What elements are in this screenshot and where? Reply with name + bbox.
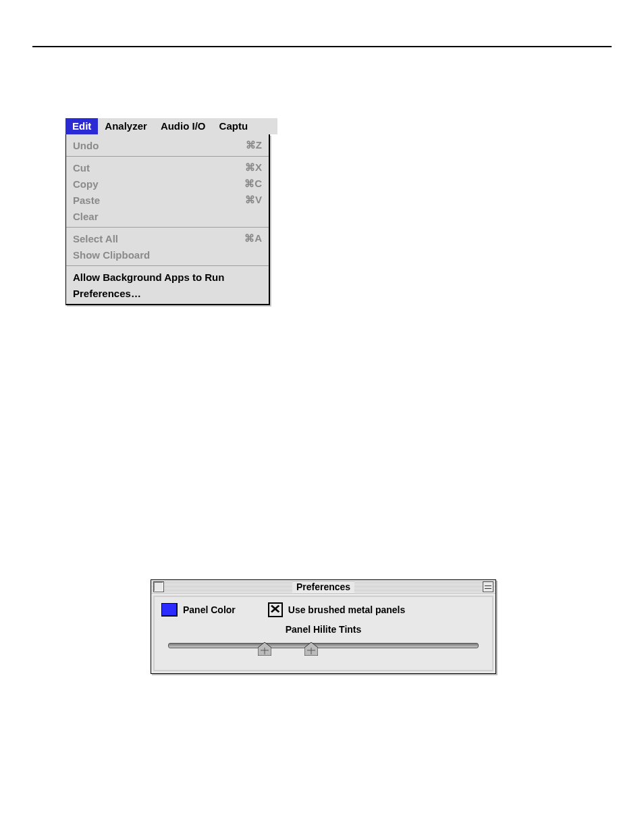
collapse-box-icon[interactable] <box>483 581 493 592</box>
edit-dropdown: Undo ⌘Z Cut ⌘X Copy ⌘C Paste ⌘V <box>65 134 270 305</box>
menu-shortcut: ⌘V <box>245 194 262 206</box>
menu-item-cut[interactable]: Cut ⌘X <box>66 159 269 176</box>
menu-item-allow-bg-apps[interactable]: Allow Background Apps to Run <box>66 269 269 285</box>
menubar-item-audio-io[interactable]: Audio I/O <box>154 118 213 134</box>
menu-item-show-clipboard[interactable]: Show Clipboard <box>66 246 269 263</box>
menubar-item-analyzer[interactable]: Analyzer <box>98 118 154 134</box>
preferences-window: Preferences Panel Color Use brushed meta… <box>151 579 496 674</box>
menubar: Edit Analyzer Audio I/O Captu <box>65 118 277 134</box>
panel-color-label: Panel Color <box>183 604 236 615</box>
menu-shortcut: ⌘X <box>245 161 262 174</box>
menu-label: Paste <box>73 194 100 206</box>
menu-label: Select All <box>73 233 118 244</box>
hilite-tints-label: Panel Hilite Tints <box>161 624 485 635</box>
brushed-metal-label: Use brushed metal panels <box>288 604 406 615</box>
menu-item-clear[interactable]: Clear <box>66 208 269 224</box>
preferences-body: Panel Color Use brushed metal panels Pan… <box>153 596 493 671</box>
window-title: Preferences <box>292 581 354 592</box>
menu-item-undo[interactable]: Undo ⌘Z <box>66 137 269 153</box>
menubar-item-capture[interactable]: Captu <box>213 118 252 134</box>
menu-label: Copy <box>73 178 99 190</box>
menu-item-copy[interactable]: Copy ⌘C <box>66 176 269 192</box>
menu-label: Preferences… <box>73 288 141 299</box>
page-rule <box>32 46 612 47</box>
slider-track <box>168 643 479 648</box>
slider-handle-1[interactable] <box>258 642 271 656</box>
slider-handle-2[interactable] <box>304 642 318 656</box>
menu-item-preferences[interactable]: Preferences… <box>66 285 269 301</box>
menubar-item-edit[interactable]: Edit <box>65 118 98 134</box>
menu-label: Clear <box>73 211 99 222</box>
hilite-tints-slider[interactable] <box>168 640 479 658</box>
brushed-metal-checkbox[interactable] <box>268 602 283 617</box>
menu-label: Allow Background Apps to Run <box>73 271 224 283</box>
menu-shortcut: ⌘C <box>244 178 262 190</box>
menu-label: Undo <box>73 140 99 151</box>
menu-label: Cut <box>73 162 90 174</box>
menu-shortcut: ⌘Z <box>246 139 262 151</box>
menu-item-paste[interactable]: Paste ⌘V <box>66 192 269 208</box>
preferences-titlebar[interactable]: Preferences <box>151 580 495 594</box>
menu-item-select-all[interactable]: Select All ⌘A <box>66 230 269 246</box>
panel-color-swatch[interactable] <box>161 603 178 617</box>
menu-label: Show Clipboard <box>73 249 150 261</box>
edit-menu-screenshot: Edit Analyzer Audio I/O Captu Undo ⌘Z Cu… <box>65 118 277 305</box>
menu-shortcut: ⌘A <box>244 232 262 244</box>
close-box-icon[interactable] <box>153 581 164 592</box>
